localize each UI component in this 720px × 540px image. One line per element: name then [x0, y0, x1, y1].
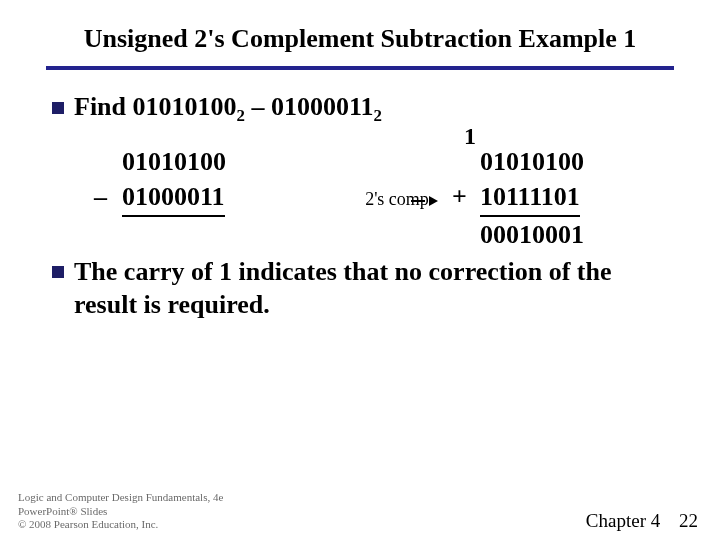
slide: Unsigned 2's Complement Subtraction Exam… — [0, 0, 720, 540]
carry-out: 1 — [464, 120, 476, 152]
arrow-right-icon — [429, 196, 438, 206]
footer-line1: Logic and Computer Design Fundamentals, … — [18, 491, 223, 505]
find-a: 01010100 — [133, 92, 237, 121]
bullet-find: Find 010101002 – 010000112 — [46, 92, 674, 126]
page-number: 22 — [679, 510, 698, 531]
minus-sign: – — [94, 182, 107, 211]
find-label: Find — [74, 92, 126, 121]
footer-line3: © 2008 Pearson Education, Inc. — [18, 518, 223, 532]
addend-a: 01010100 — [480, 147, 584, 176]
find-text: Find 010101002 – 010000112 — [74, 92, 382, 126]
find-a-base: 2 — [237, 106, 245, 125]
bullet-conclusion: The carry of 1 indicates that no correct… — [46, 256, 674, 321]
computation-block: 01010100 1 01010100 – 01000011 2's comp … — [94, 144, 674, 252]
row-bottom: – 01000011 2's comp + 10111101 — [94, 179, 674, 217]
conclusion-text: The carry of 1 indicates that no correct… — [74, 256, 634, 321]
title-underline — [46, 66, 674, 70]
minuend: 01010100 — [122, 147, 226, 176]
footer-line2: PowerPoint® Slides — [18, 505, 223, 519]
chapter-label: Chapter 4 — [586, 510, 660, 531]
subtrahend: 01000011 — [122, 179, 225, 217]
arrow-stem — [411, 200, 425, 202]
find-b-base: 2 — [374, 106, 382, 125]
find-b: 01000011 — [271, 92, 374, 121]
result: 00010001 — [480, 220, 584, 249]
row-result: 00010001 — [94, 217, 674, 252]
footer-pager: Chapter 4 22 — [586, 510, 698, 532]
bullet-square-icon — [52, 102, 64, 114]
bullet-square-icon — [52, 266, 64, 278]
addend-b: 10111101 — [480, 179, 580, 217]
row-top: 01010100 1 01010100 — [94, 144, 674, 179]
slide-title: Unsigned 2's Complement Subtraction Exam… — [46, 24, 674, 66]
find-minus: – — [251, 92, 264, 121]
footer-credits: Logic and Computer Design Fundamentals, … — [18, 491, 223, 532]
footer: Logic and Computer Design Fundamentals, … — [0, 491, 720, 532]
twos-comp-annotation: 2's comp — [365, 187, 429, 211]
plus-sign: + — [452, 182, 467, 211]
